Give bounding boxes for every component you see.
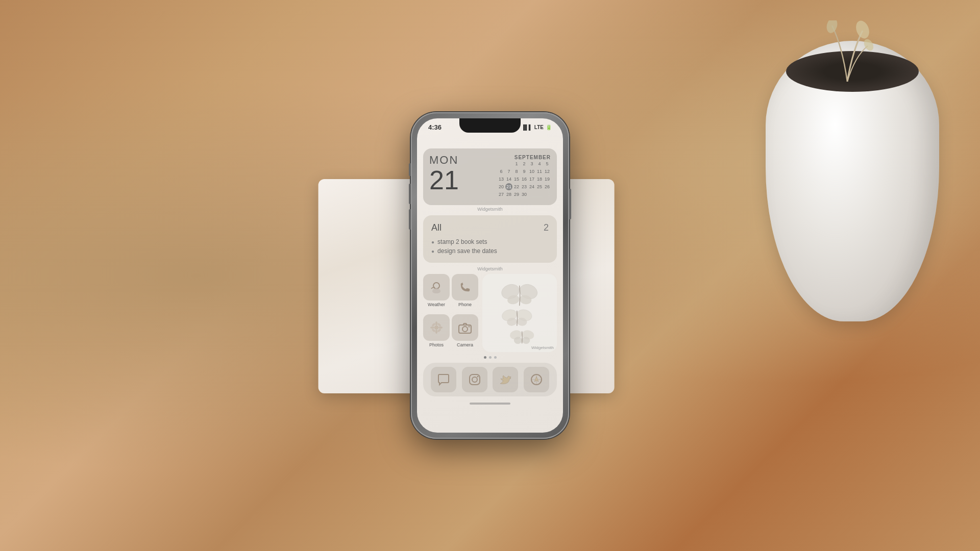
photos-app-wrapper[interactable]: Photos [423, 314, 450, 353]
battery-icon: 🔋 [546, 124, 552, 130]
twitter-icon-svg [498, 372, 512, 387]
widgetsmith-label-1: Widgetsmith [417, 205, 563, 213]
svg-point-4 [434, 325, 438, 330]
phone-icon-svg [458, 280, 472, 294]
calendar-grid: 1 2 3 4 5 6 7 8 9 10 11 12 [498, 160, 551, 198]
cal-d17: 17 [528, 176, 535, 183]
power-button[interactable] [569, 189, 571, 219]
instagram-icon-svg [468, 372, 482, 387]
photos-app-label: Photos [429, 342, 444, 347]
page-dot-2 [489, 356, 492, 359]
status-time: 4:36 [428, 123, 442, 131]
cal-d18: 18 [536, 176, 543, 183]
messages-dock-icon[interactable] [431, 367, 456, 392]
phone-app-wrapper[interactable]: Phone [452, 274, 478, 312]
camera-app-wrapper[interactable]: Camera [452, 314, 478, 353]
task-bullet-1: ● [431, 239, 434, 245]
camera-app-label: Camera [457, 342, 473, 347]
cal-d23: 23 [521, 183, 528, 190]
carrier-label: LTE [534, 124, 544, 130]
phone-app-icon[interactable] [452, 274, 478, 300]
cal-empty5 [544, 191, 551, 198]
vase-area [745, 41, 939, 347]
cal-d1: 1 [513, 160, 520, 167]
cal-empty1 [498, 160, 505, 167]
butterfly-svg [486, 278, 553, 348]
cal-d16: 16 [521, 176, 528, 183]
cal-d22: 22 [513, 183, 520, 190]
svg-point-14 [462, 327, 468, 332]
butterfly-widget[interactable]: Widgetsmith [482, 274, 557, 352]
phone-container: 4:36 ▐▌▌ LTE 🔋 MON 21 SEPTEMBER [411, 112, 569, 439]
svg-point-0 [854, 20, 872, 40]
svg-point-2 [862, 38, 875, 53]
cal-empty2 [505, 160, 512, 167]
task-text-1: stamp 2 book sets [437, 238, 487, 245]
cal-d25: 25 [536, 183, 543, 190]
photos-app-icon[interactable] [423, 314, 450, 341]
cal-d29: 29 [513, 191, 520, 198]
tasks-count: 2 [544, 222, 549, 233]
cal-empty4 [536, 191, 543, 198]
weather-app-icon[interactable] [423, 274, 450, 300]
photos-icon-svg [429, 320, 444, 335]
cal-d6: 6 [498, 168, 505, 175]
weather-app-wrapper[interactable]: Weather [423, 274, 450, 312]
cal-d13: 13 [498, 176, 505, 183]
phone-app-label: Phone [458, 302, 472, 307]
tasks-title: All [431, 222, 442, 233]
safari-dock-icon[interactable] [524, 367, 549, 392]
svg-point-5 [435, 321, 437, 325]
camera-app-icon[interactable] [452, 314, 478, 341]
svg-point-1 [825, 20, 839, 34]
home-indicator [417, 398, 563, 407]
weather-icon-svg [429, 280, 444, 295]
cal-d11: 11 [536, 168, 543, 175]
page-dot-1 [484, 356, 486, 359]
cal-d3: 3 [528, 160, 535, 167]
apps-section: Weather Phone [423, 274, 557, 352]
cal-d12: 12 [544, 168, 551, 175]
phone-frame: 4:36 ▐▌▌ LTE 🔋 MON 21 SEPTEMBER [411, 112, 569, 439]
task-bullet-2: ● [431, 248, 434, 254]
cal-d30: 30 [521, 191, 528, 198]
page-dots [417, 353, 563, 361]
mute-button[interactable] [409, 163, 411, 176]
cal-empty3 [528, 191, 535, 198]
tasks-widget[interactable]: All 2 ● stamp 2 book sets ● design save … [423, 215, 557, 263]
task-item-2: ● design save the dates [431, 246, 549, 256]
volume-down-button[interactable] [409, 209, 411, 230]
tasks-list: ● stamp 2 book sets ● design save the da… [431, 237, 549, 256]
dock [423, 363, 557, 396]
cal-d27: 27 [498, 191, 505, 198]
twitter-dock-icon[interactable] [493, 367, 518, 392]
cal-d4: 4 [536, 160, 543, 167]
cal-d20: 20 [498, 183, 505, 190]
weather-app-label: Weather [428, 302, 445, 307]
cal-d5: 5 [544, 160, 551, 167]
calendar-header: MON 21 SEPTEMBER 1 2 3 4 5 [429, 154, 551, 198]
calendar-month: SEPTEMBER [498, 154, 551, 160]
home-bar [470, 403, 510, 405]
instagram-dock-icon[interactable] [462, 367, 487, 392]
cal-d2: 2 [521, 160, 528, 167]
cal-d28: 28 [505, 191, 512, 198]
phone-screen: 4:36 ▐▌▌ LTE 🔋 MON 21 SEPTEMBER [417, 118, 563, 433]
calendar-widget[interactable]: MON 21 SEPTEMBER 1 2 3 4 5 [423, 148, 557, 205]
cal-d15: 15 [513, 176, 520, 183]
safari-icon-svg [529, 372, 544, 387]
cal-d26: 26 [544, 183, 551, 190]
svg-point-15 [468, 325, 470, 328]
volume-up-button[interactable] [409, 184, 411, 204]
cal-d10: 10 [528, 168, 535, 175]
svg-point-7 [430, 327, 434, 329]
svg-point-29 [472, 377, 477, 382]
svg-point-8 [438, 327, 443, 329]
vase-stems [796, 20, 898, 82]
cal-d19: 19 [544, 176, 551, 183]
cal-d7: 7 [505, 168, 512, 175]
status-icons: ▐▌▌ LTE 🔋 [522, 124, 552, 130]
cal-d21-today: 21 [505, 183, 512, 190]
notch [459, 118, 521, 133]
page-dot-3 [494, 356, 497, 359]
